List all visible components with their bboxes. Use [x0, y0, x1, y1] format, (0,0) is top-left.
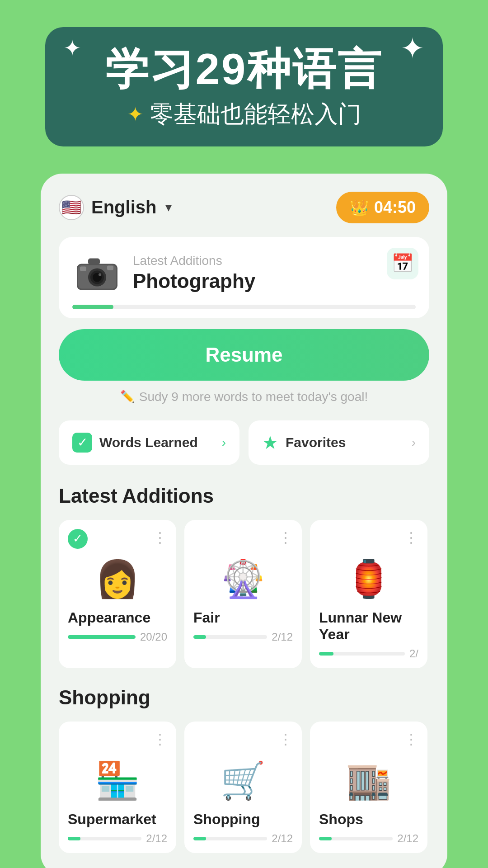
lunar-name: Lunnar New Year: [319, 609, 418, 643]
favorites-arrow-icon: ›: [412, 435, 416, 450]
star-tl-icon: ✦: [63, 35, 81, 61]
app-card: 🇺🇸 English ▾ 👑 04:50: [41, 174, 447, 868]
language-name: English: [91, 197, 156, 217]
supermarket-icon: 🏪: [90, 756, 145, 806]
supermarket-menu-icon[interactable]: ⋮: [153, 731, 167, 748]
photography-card[interactable]: Latest Additions Photography 📅: [59, 237, 429, 318]
svg-rect-8: [80, 266, 86, 271]
shops-name: Shops: [319, 811, 418, 828]
latest-additions-heading: Latest Additions: [59, 485, 429, 507]
lunar-icon: 🏮: [342, 554, 396, 604]
shopping-name: Shopping: [193, 811, 293, 828]
topic-card-fair[interactable]: ⋮ 🎡 Fair 2/12: [184, 520, 302, 668]
lunar-progress: 2/: [319, 647, 418, 660]
dropdown-arrow-icon: ▾: [165, 200, 172, 215]
photography-info: Latest Additions Photography: [133, 254, 255, 292]
shop-card-supermarket[interactable]: ⋮ 🏪 Supermarket 2/12: [59, 722, 176, 853]
camera-icon: [72, 250, 122, 296]
words-learned-card[interactable]: ✓ Words Learned ›: [59, 420, 239, 465]
shops-progress: 2/12: [319, 832, 418, 845]
banner-sub-title: ✦ 零基础也能轻松入门: [72, 99, 416, 130]
shop-card-shops[interactable]: ⋮ 🏬 Shops 2/12: [310, 722, 427, 853]
shop-card-shopping[interactable]: ⋮ 🛒 Shopping 2/12: [184, 722, 302, 853]
top-banner: ✦ ✦ 学习29种语言 ✦ 零基础也能轻松入门: [45, 27, 443, 146]
appearance-icon: 👩: [90, 554, 145, 604]
shopping-menu-icon[interactable]: ⋮: [278, 731, 293, 748]
latest-additions-label: Latest Additions: [133, 254, 255, 268]
header-row: 🇺🇸 English ▾ 👑 04:50: [59, 192, 429, 223]
topic-menu-icon-fair[interactable]: ⋮: [278, 529, 293, 546]
edit-icon: ✏️: [120, 390, 135, 404]
banner-main-title: 学习29种语言: [72, 45, 416, 93]
topic-card-lunar[interactable]: ⋮ 🏮 Lunnar New Year 2/: [310, 520, 427, 668]
crown-icon: 👑: [350, 198, 369, 217]
flag-icon: 🇺🇸: [59, 195, 84, 220]
svg-rect-7: [107, 265, 113, 270]
favorites-card[interactable]: ★ Favorites ›: [249, 420, 429, 465]
topic-menu-icon[interactable]: ⋮: [153, 529, 167, 546]
calendar-icon[interactable]: 📅: [387, 248, 418, 279]
stats-row: ✓ Words Learned › ★ Favorites ›: [59, 420, 429, 465]
goal-text: ✏️ Sudy 9 more words to meet today's goa…: [59, 390, 429, 404]
photography-progress-fill: [72, 305, 113, 309]
supermarket-name: Supermarket: [68, 811, 167, 828]
latest-additions-grid: ✓ ⋮ 👩 Appearance 20/20 ⋮ 🎡 Fair 2/12: [59, 520, 429, 668]
photography-progress-bar: [72, 305, 416, 309]
shopping-heading: Shopping: [59, 686, 429, 709]
words-learned-label: Words Learned: [99, 435, 215, 450]
favorites-label: Favorites: [286, 435, 404, 450]
appearance-name: Appearance: [68, 609, 167, 626]
language-selector[interactable]: 🇺🇸 English ▾: [59, 195, 172, 220]
topic-complete-icon: ✓: [68, 529, 88, 549]
topic-menu-icon-lunar[interactable]: ⋮: [404, 529, 418, 546]
appearance-progress: 20/20: [68, 631, 167, 643]
fair-name: Fair: [193, 609, 293, 626]
resume-button[interactable]: Resume: [59, 329, 429, 381]
yellow-star-icon: ✦: [127, 103, 144, 126]
supermarket-progress: 2/12: [68, 832, 167, 845]
shopping-grid: ⋮ 🏪 Supermarket 2/12 ⋮ 🛒 Shopping 2/12: [59, 722, 429, 853]
checkmark-icon: ✓: [72, 433, 92, 453]
shopping-cart-icon: 🛒: [216, 756, 270, 806]
shops-menu-icon[interactable]: ⋮: [404, 731, 418, 748]
fair-progress: 2/12: [193, 631, 293, 643]
svg-rect-6: [88, 258, 100, 264]
fair-icon: 🎡: [216, 554, 270, 604]
words-learned-arrow-icon: ›: [222, 435, 226, 450]
timer-badge[interactable]: 👑 04:50: [336, 192, 429, 223]
star-icon: ★: [262, 432, 278, 453]
shops-icon: 🏬: [342, 756, 396, 806]
shopping-progress: 2/12: [193, 832, 293, 845]
star-tr-icon: ✦: [400, 32, 425, 65]
timer-value: 04:50: [374, 198, 416, 217]
topic-card-appearance[interactable]: ✓ ⋮ 👩 Appearance 20/20: [59, 520, 176, 668]
photography-title: Photography: [133, 270, 255, 292]
svg-point-5: [99, 273, 101, 276]
